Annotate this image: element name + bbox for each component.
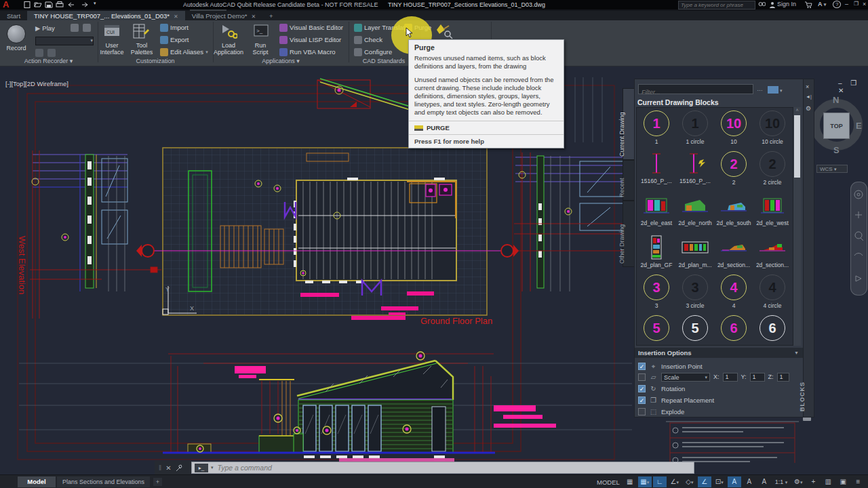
object-snap-icon[interactable]: ⊡▾	[713, 476, 726, 487]
object-snap-tracking-icon[interactable]: ∠	[698, 476, 711, 487]
close-tab-icon[interactable]: ✕	[174, 14, 178, 20]
insertion-point-checkbox[interactable]: ✓	[638, 363, 646, 370]
repeat-placement-option[interactable]: ✓ ❐ Repeat Placement	[638, 395, 714, 405]
record-button[interactable]	[7, 24, 26, 43]
block-item[interactable]: 2d_ele_north	[677, 193, 713, 226]
scale-z-input[interactable]	[777, 373, 789, 382]
block-item[interactable]: 11	[638, 110, 675, 145]
block-item[interactable]: 33	[638, 274, 675, 309]
grid-icon[interactable]: ▦	[623, 476, 637, 487]
drawing-window-controls[interactable]: – ❐ ✕	[838, 79, 868, 94]
explode-option[interactable]: ⬚ Explode	[638, 407, 684, 416]
insertion-point-option[interactable]: ✓ ⌖ Insertion Point	[638, 361, 703, 371]
insert-input-icon[interactable]	[83, 24, 91, 32]
layout-tab[interactable]: Plans Sections and Elevations	[57, 476, 150, 487]
block-item[interactable]: 2d_ele_south	[715, 193, 752, 226]
close-button[interactable]: ×	[863, 1, 866, 7]
navigation-bar[interactable]	[850, 182, 867, 296]
macro-dropdown[interactable]: ▾	[35, 37, 94, 45]
scrollbar-thumb[interactable]	[794, 115, 800, 178]
annotation-monitor-icon[interactable]: +	[806, 476, 820, 487]
viewcube-top-face[interactable]: TOP	[823, 113, 850, 139]
redo-icon[interactable]	[80, 1, 88, 8]
palette-autohide-icon[interactable]: ◄|	[806, 94, 812, 99]
panel-applications[interactable]: Applications ▾	[214, 58, 347, 64]
customization-menu-icon[interactable]: ≡	[851, 476, 865, 487]
annotation-scale-current-icon[interactable]: A	[757, 476, 771, 487]
block-item[interactable]: 5	[638, 315, 675, 343]
block-item[interactable]: 2d_section...	[754, 235, 791, 268]
viewport-controls[interactable]: [-][Top][2D Wireframe]	[5, 80, 68, 87]
edit-aliases-button[interactable]: Edit Aliases▾	[160, 47, 208, 57]
import-button[interactable]: Import	[160, 22, 189, 33]
help-icon[interactable]: ?	[833, 1, 841, 7]
new-layout-button[interactable]: +	[153, 478, 162, 486]
visual-lisp-editor-button[interactable]: Visual LISP Editor	[279, 35, 341, 45]
block-item[interactable]: 1010 circle	[754, 110, 791, 145]
filter-input[interactable]	[639, 88, 753, 97]
restore-button[interactable]: ❐	[854, 1, 859, 7]
block-item[interactable]: 2d_section...	[715, 235, 752, 268]
plot-icon[interactable]	[56, 1, 64, 8]
autodesk-account-icon[interactable]: A ▾	[818, 1, 826, 7]
qat-customize-icon[interactable]: ▾	[94, 1, 96, 6]
scale-dropdown[interactable]: Scale▾	[661, 373, 710, 382]
block-item[interactable]: 1010	[715, 110, 752, 145]
insertion-options-header[interactable]: Insertion Options▼	[635, 348, 803, 358]
explode-checkbox[interactable]	[638, 408, 646, 415]
command-customize-icon[interactable]	[176, 464, 183, 472]
export-button[interactable]: Export	[160, 35, 189, 45]
check-button[interactable]: Check	[354, 35, 382, 45]
panel-action-recorder[interactable]: Action Recorder ▾	[0, 58, 97, 64]
minimize-button[interactable]: –	[845, 1, 848, 7]
play-button[interactable]: ▶Play	[35, 23, 55, 33]
visual-basic-editor-button[interactable]: Visual Basic Editor	[279, 22, 343, 33]
model-tab[interactable]: Model	[18, 476, 56, 487]
command-close-icon[interactable]: ✕	[165, 464, 171, 472]
repeat-placement-checkbox[interactable]: ✓	[638, 396, 646, 404]
scale-option[interactable]: ▱ Scale▾ X: Y: Z:	[638, 372, 789, 382]
app-store-cart-icon[interactable]	[804, 1, 812, 9]
block-item[interactable]: 6	[754, 315, 791, 343]
search-icon[interactable]	[758, 1, 766, 9]
scale-y-input[interactable]	[750, 373, 765, 382]
preference-icon[interactable]	[35, 49, 43, 57]
block-item[interactable]: 33 circle	[677, 274, 713, 309]
rotation-checkbox[interactable]: ✓	[638, 385, 646, 392]
filter-options-icon[interactable]: …	[757, 85, 763, 92]
block-item[interactable]: 2d_ele_west	[754, 193, 791, 226]
close-tab-icon[interactable]: ✕	[251, 14, 256, 20]
user-icon[interactable]	[769, 1, 776, 9]
panel-cad-standards[interactable]: CAD Standards	[350, 58, 418, 64]
units-icon[interactable]: ▥	[821, 476, 835, 487]
wcs-dropdown[interactable]: WCS ▾	[816, 165, 848, 173]
block-item[interactable]: 44	[715, 274, 752, 309]
scale-checkbox[interactable]	[638, 373, 646, 381]
block-item[interactable]: 2d_ele_east	[638, 193, 675, 226]
block-item[interactable]: 22 circle	[754, 151, 791, 186]
polar-tracking-icon[interactable]: ∠▾	[668, 476, 682, 487]
rotation-option[interactable]: ✓ ↻ Rotation	[638, 384, 685, 393]
sign-in-button[interactable]: Sign In	[777, 1, 796, 7]
tool-palettes-button[interactable]	[132, 24, 149, 41]
block-item[interactable]: 5	[677, 315, 713, 343]
gallery-view-icon[interactable]: ▾	[768, 85, 783, 97]
new-file-icon[interactable]	[23, 1, 31, 8]
open-file-icon[interactable]	[34, 1, 42, 8]
panel-customization[interactable]: Customization	[99, 58, 212, 64]
block-item[interactable]: 11 circle	[677, 110, 713, 145]
block-item[interactable]: 15160_P_...	[638, 151, 675, 184]
annotation-scale-value[interactable]: 1:1 ▾	[772, 476, 791, 487]
manage-macros-icon[interactable]	[47, 49, 56, 57]
command-recent-icon[interactable]: ▸_	[195, 464, 208, 472]
viewcube-east[interactable]: E	[856, 121, 862, 131]
block-item[interactable]: 2d_plan_m...	[677, 235, 713, 268]
run-vba-macro-button[interactable]: Run VBA Macro	[279, 47, 336, 57]
undo-icon[interactable]	[66, 1, 75, 8]
user-interface-button[interactable]: CUI	[103, 24, 121, 41]
scale-x-input[interactable]	[723, 373, 738, 382]
model-space-label[interactable]: MODEL	[597, 479, 620, 486]
block-item[interactable]: 22	[715, 151, 752, 186]
search-input[interactable]	[679, 1, 755, 9]
command-input[interactable]	[216, 463, 694, 472]
